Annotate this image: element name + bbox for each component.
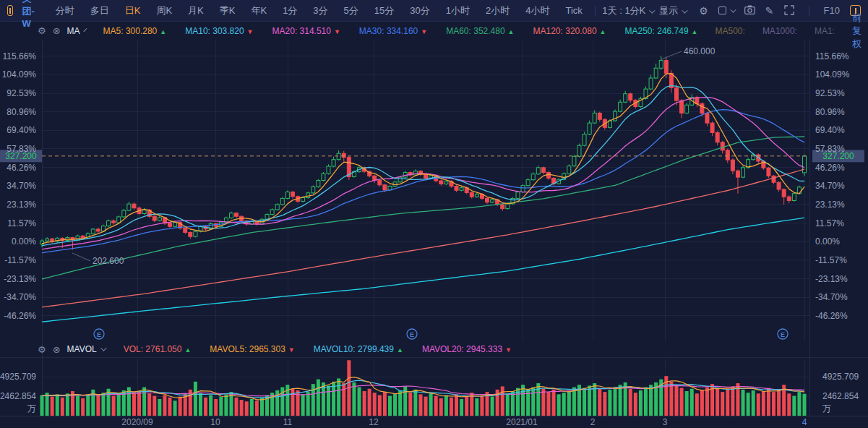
indicator-settings-gear-icon[interactable]: ⚙ bbox=[38, 25, 46, 36]
svg-text:2462.854: 2462.854 bbox=[0, 391, 36, 401]
svg-text:46.26%: 46.26% bbox=[815, 163, 845, 173]
svg-text:104.09%: 104.09% bbox=[2, 69, 37, 80]
timeframe-tab[interactable]: 2小时 bbox=[478, 4, 517, 17]
legend-item[interactable]: MA60: 352.480▲ bbox=[446, 26, 514, 36]
sidebar-toggle-icon[interactable] bbox=[7, 5, 13, 16]
svg-text:4925.709: 4925.709 bbox=[822, 372, 859, 382]
legend-item[interactable]: MA5: 300.280▲ bbox=[103, 26, 167, 36]
timeframe-tab[interactable]: 年K bbox=[243, 4, 275, 17]
legend-item[interactable]: MAVOL10: 2799.439▲ bbox=[314, 344, 403, 354]
legend-item[interactable]: MA10: 303.820▼ bbox=[185, 26, 253, 36]
legend-item[interactable]: MA20: 314.510▼ bbox=[272, 26, 340, 36]
legend-item-inactive[interactable]: MA1: bbox=[815, 26, 835, 36]
svg-text:11: 11 bbox=[283, 417, 293, 427]
svg-text:69.40%: 69.40% bbox=[815, 125, 845, 135]
svg-text:2020/09: 2020/09 bbox=[121, 417, 153, 427]
timeframe-tab[interactable]: 分时 bbox=[48, 4, 82, 17]
svg-text:4925.709: 4925.709 bbox=[0, 372, 36, 382]
indicator-name[interactable]: MAVOL bbox=[67, 344, 97, 354]
svg-text:-11.57%: -11.57% bbox=[815, 255, 847, 265]
timeframe-tab[interactable]: 1小时 bbox=[438, 4, 478, 17]
svg-text:104.09%: 104.09% bbox=[815, 69, 850, 80]
chevron-down-icon bbox=[682, 7, 687, 13]
divider bbox=[809, 6, 809, 16]
svg-text:11.57%: 11.57% bbox=[815, 218, 844, 228]
timeframe-tab[interactable]: 3分 bbox=[305, 4, 335, 17]
svg-text:3: 3 bbox=[663, 417, 668, 427]
legend-item[interactable]: VOL: 2761.050▲ bbox=[124, 344, 192, 354]
svg-text:E: E bbox=[410, 331, 414, 338]
candlestick-chart[interactable]: 327.200327.200115.66%115.66%104.09%104.0… bbox=[0, 0, 868, 428]
svg-text:-23.13%: -23.13% bbox=[815, 274, 848, 284]
timeframe-tab[interactable]: 季K bbox=[212, 4, 244, 17]
svg-text:2021/01: 2021/01 bbox=[506, 417, 538, 427]
svg-text:92.53%: 92.53% bbox=[815, 88, 845, 98]
svg-text:34.70%: 34.70% bbox=[815, 181, 845, 191]
legend-item-inactive[interactable]: MA1000: bbox=[762, 26, 797, 36]
svg-text:0.00%: 0.00% bbox=[12, 236, 36, 247]
legend-item[interactable]: MA30: 334.160▼ bbox=[359, 26, 427, 36]
divider bbox=[595, 6, 596, 16]
svg-text:10: 10 bbox=[210, 417, 220, 427]
toolbar-right-icons: 显示 ⚙ ✎ F10 bbox=[656, 4, 861, 17]
camera-icon[interactable] bbox=[744, 5, 755, 16]
legend-item[interactable]: MAVOL5: 2965.303▼ bbox=[210, 344, 294, 354]
chevron-down-icon bbox=[649, 7, 655, 13]
draw-pencil-icon[interactable]: ✎ bbox=[765, 6, 774, 16]
layout-square-icon bbox=[718, 7, 726, 14]
svg-text:E: E bbox=[97, 331, 101, 338]
fullscreen-expand-icon[interactable] bbox=[784, 5, 794, 17]
legend-item[interactable]: MAVOL20: 2945.333▼ bbox=[422, 344, 512, 354]
ma-legend: MA5: 300.280▲MA10: 303.820▼MA20: 314.510… bbox=[85, 26, 698, 36]
timeframe-tab[interactable]: 日K bbox=[117, 4, 149, 17]
timeframe-tab[interactable]: 30分 bbox=[402, 4, 437, 17]
earnings-event-marker[interactable]: E bbox=[407, 329, 417, 339]
legend-item[interactable]: MA250: 246.749▲ bbox=[625, 26, 698, 36]
volume-indicator-bar: ⚙ ⊗ MAVOL VOL: 2761.050▲MAVOL5: 2965.303… bbox=[0, 341, 868, 358]
svg-text:23.13%: 23.13% bbox=[7, 200, 36, 210]
interval-selector[interactable]: 1天 : 1分K bbox=[599, 4, 656, 17]
svg-text:80.96%: 80.96% bbox=[815, 107, 845, 117]
timeframe-tab[interactable]: 多日 bbox=[82, 4, 117, 17]
timeframe-tabs: 分时多日日K周K月K季K年K1分3分5分15分30分1小时2小时4小时Tick bbox=[48, 4, 590, 17]
svg-text:92.53%: 92.53% bbox=[7, 88, 36, 98]
indicator-settings-gear-icon[interactable]: ⚙ bbox=[38, 344, 46, 355]
legend-item[interactable]: MA120: 320.080▲ bbox=[533, 26, 606, 36]
timeframe-tab[interactable]: 周K bbox=[148, 4, 180, 17]
candles bbox=[40, 56, 807, 250]
svg-text:11.57%: 11.57% bbox=[7, 218, 36, 228]
timeframe-tab[interactable]: Tick bbox=[557, 5, 590, 16]
svg-text:万: 万 bbox=[822, 403, 831, 414]
timeframe-tab[interactable]: 4小时 bbox=[517, 4, 557, 17]
indicator-close-icon[interactable]: ⊗ bbox=[53, 344, 61, 355]
earnings-event-marker[interactable]: E bbox=[94, 329, 104, 339]
svg-text:2462.854: 2462.854 bbox=[822, 391, 859, 401]
legend-item-inactive[interactable]: MA500: bbox=[716, 26, 745, 36]
svg-text:115.66%: 115.66% bbox=[815, 51, 849, 61]
svg-text:202.600: 202.600 bbox=[93, 256, 124, 266]
svg-text:-46.26%: -46.26% bbox=[4, 311, 36, 321]
svg-text:34.70%: 34.70% bbox=[7, 181, 36, 191]
timeframe-tab[interactable]: 5分 bbox=[336, 4, 366, 17]
svg-text:万: 万 bbox=[27, 403, 36, 414]
adjust-mode-button[interactable]: 前复权 bbox=[852, 12, 861, 51]
svg-text:12: 12 bbox=[369, 417, 379, 427]
svg-text:69.40%: 69.40% bbox=[7, 125, 36, 135]
indicator-close-icon[interactable]: ⊗ bbox=[53, 25, 61, 36]
timeframe-tab[interactable]: 月K bbox=[180, 4, 212, 17]
layout-menu[interactable] bbox=[718, 7, 734, 14]
svg-text:460.000: 460.000 bbox=[684, 46, 716, 56]
ma-inactive-legend: MA500:MA1000:MA1: bbox=[698, 26, 835, 36]
svg-text:57.83%: 57.83% bbox=[7, 144, 36, 154]
display-menu[interactable]: 显示 bbox=[656, 4, 689, 17]
timeframe-tab[interactable]: 1分 bbox=[275, 4, 305, 17]
svg-text:-34.70%: -34.70% bbox=[4, 292, 36, 302]
earnings-event-marker[interactable]: E bbox=[778, 329, 788, 339]
timeframe-tab[interactable]: 15分 bbox=[366, 4, 402, 17]
svg-text:0.00%: 0.00% bbox=[815, 236, 840, 247]
settings-gear-icon[interactable]: ⚙ bbox=[699, 6, 708, 16]
mavol-legend: VOL: 2761.050▲MAVOL5: 2965.303▼MAVOL10: … bbox=[105, 344, 512, 354]
f10-button[interactable]: F10 bbox=[824, 6, 840, 15]
volume-bars bbox=[40, 360, 807, 416]
indicator-name[interactable]: MA bbox=[67, 26, 80, 36]
